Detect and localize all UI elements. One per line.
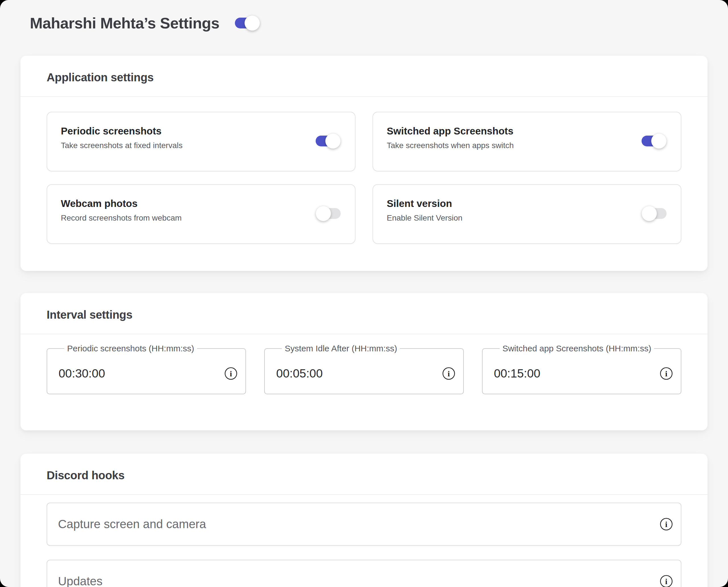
silent-version-toggle[interactable] bbox=[641, 206, 666, 221]
info-icon[interactable]: i bbox=[660, 367, 673, 380]
application-settings-grid: Periodic screenshots Take screenshots at… bbox=[21, 97, 707, 271]
setting-tile-periodic-screenshots: Periodic screenshots Take screenshots at… bbox=[47, 112, 356, 171]
setting-tile-switched-app-screenshots: Switched app Screenshots Take screenshot… bbox=[372, 112, 681, 171]
discord-hook-updates[interactable]: Updates i bbox=[47, 560, 681, 587]
interval-settings-header: Interval settings bbox=[21, 293, 707, 334]
interval-field-label: Periodic screenshots (HH:mm:ss) bbox=[64, 344, 197, 353]
master-settings-toggle[interactable] bbox=[235, 15, 260, 31]
setting-description: Take screenshots at fixed intervals bbox=[61, 141, 304, 150]
setting-title: Webcam photos bbox=[61, 198, 304, 209]
setting-title: Periodic screenshots bbox=[61, 125, 304, 137]
discord-hooks-card: Discord hooks Capture screen and camera … bbox=[21, 454, 707, 587]
application-settings-title: Application settings bbox=[47, 71, 681, 84]
settings-screen: Maharshi Mehta’s Settings Application se… bbox=[0, 0, 728, 587]
hook-field-label: Updates bbox=[58, 574, 103, 587]
interval-field-value: 00:05:00 bbox=[276, 367, 323, 380]
svg-text:i: i bbox=[665, 520, 667, 529]
toggle-knob bbox=[316, 206, 331, 221]
toggle-knob bbox=[651, 133, 666, 149]
svg-text:i: i bbox=[230, 369, 232, 378]
page-title: Maharshi Mehta’s Settings bbox=[30, 14, 220, 32]
setting-description: Take screenshots when apps switch bbox=[387, 141, 630, 150]
setting-description: Enable Silent Version bbox=[387, 213, 630, 222]
info-icon[interactable]: i bbox=[660, 518, 673, 531]
svg-text:i: i bbox=[665, 369, 667, 378]
toggle-knob bbox=[641, 206, 657, 221]
interval-settings-title: Interval settings bbox=[47, 308, 681, 321]
info-icon[interactable]: i bbox=[224, 367, 237, 380]
interval-field-value: 00:15:00 bbox=[494, 367, 541, 380]
toggle-knob bbox=[245, 15, 260, 31]
page-header: Maharshi Mehta’s Settings bbox=[0, 0, 728, 32]
svg-text:i: i bbox=[448, 369, 450, 378]
toggle-knob bbox=[325, 133, 341, 149]
discord-hooks-header: Discord hooks bbox=[21, 454, 707, 495]
periodic-screenshots-toggle[interactable] bbox=[316, 133, 341, 149]
setting-description: Record screenshots from webcam bbox=[61, 213, 304, 222]
interval-field-periodic-screenshots[interactable]: Periodic screenshots (HH:mm:ss) 00:30:00… bbox=[47, 344, 246, 394]
application-settings-header: Application settings bbox=[21, 56, 707, 97]
interval-field-label: System Idle After (HH:mm:ss) bbox=[282, 344, 400, 353]
interval-settings-grid: Periodic screenshots (HH:mm:ss) 00:30:00… bbox=[21, 334, 707, 430]
webcam-photos-toggle[interactable] bbox=[316, 206, 341, 221]
setting-tile-silent-version: Silent version Enable Silent Version bbox=[372, 184, 681, 244]
info-icon[interactable]: i bbox=[442, 367, 455, 380]
interval-field-system-idle-after[interactable]: System Idle After (HH:mm:ss) 00:05:00 i bbox=[264, 344, 463, 394]
setting-tile-webcam-photos: Webcam photos Record screenshots from we… bbox=[47, 184, 356, 244]
discord-hooks-title: Discord hooks bbox=[47, 469, 681, 482]
setting-title: Switched app Screenshots bbox=[387, 125, 630, 137]
interval-field-label: Switched app Screenshots (HH:mm:ss) bbox=[500, 344, 654, 353]
svg-text:i: i bbox=[665, 577, 667, 586]
application-settings-card: Application settings Periodic screenshot… bbox=[21, 56, 707, 271]
switched-app-screenshots-toggle[interactable] bbox=[641, 133, 666, 149]
discord-hook-capture-screen-and-camera[interactable]: Capture screen and camera i bbox=[47, 502, 681, 546]
interval-field-value: 00:30:00 bbox=[59, 367, 105, 380]
interval-settings-card: Interval settings Periodic screenshots (… bbox=[21, 293, 707, 430]
info-icon[interactable]: i bbox=[660, 575, 673, 587]
interval-field-switched-app-screenshots[interactable]: Switched app Screenshots (HH:mm:ss) 00:1… bbox=[482, 344, 681, 394]
setting-title: Silent version bbox=[387, 198, 630, 209]
discord-hooks-list: Capture screen and camera i Updates i bbox=[21, 495, 707, 587]
hook-field-label: Capture screen and camera bbox=[58, 517, 206, 531]
